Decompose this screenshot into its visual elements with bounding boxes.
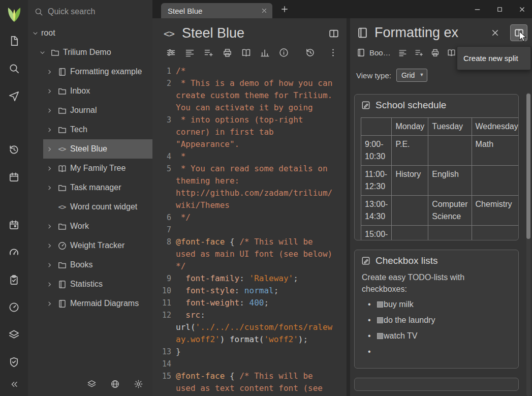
- chevron-right-icon[interactable]: [43, 126, 55, 134]
- code-text[interactable]: /*: [176, 65, 334, 77]
- schedule-cell[interactable]: [472, 166, 519, 196]
- schedule-cell[interactable]: 13:00-14:30: [361, 196, 392, 226]
- code-text[interactable]: */: [176, 211, 334, 224]
- note-title[interactable]: Steel Blue: [182, 25, 328, 41]
- chart-icon[interactable]: [260, 47, 270, 58]
- list-plus-icon[interactable]: [414, 48, 424, 57]
- quick-search[interactable]: [34, 7, 146, 16]
- launcher-journal-button[interactable]: [5, 215, 24, 235]
- note-title[interactable]: Formatting ex: [374, 25, 485, 41]
- scrollbar-thumb[interactable]: [526, 94, 530, 239]
- tree-item-trilium-demo[interactable]: Trilium Demo: [36, 43, 152, 62]
- schedule-cell[interactable]: 15:00-: [361, 226, 392, 241]
- code-text[interactable]: font-weight: 400;: [176, 297, 334, 309]
- tree-item-task-manager[interactable]: Task manager: [43, 178, 152, 197]
- info-icon[interactable]: [278, 47, 289, 58]
- launcher-metrics-button[interactable]: [5, 297, 24, 317]
- todo-checkbox[interactable]: [377, 317, 383, 323]
- schedule-cell[interactable]: P.E.: [392, 136, 428, 166]
- close-button[interactable]: [518, 6, 526, 13]
- code-text[interactable]: [176, 224, 334, 236]
- card-title[interactable]: Checkbox lists: [375, 255, 438, 266]
- printer-icon[interactable]: [430, 48, 440, 57]
- tree-item-word-count-widget[interactable]: <>Word count widget: [43, 197, 152, 217]
- tree-item-work[interactable]: Work: [43, 217, 152, 236]
- settings-icon[interactable]: [134, 379, 143, 389]
- code-text[interactable]: @font-face { /* This will be used as tex…: [176, 370, 334, 394]
- todo-label[interactable]: buy milk: [384, 300, 414, 309]
- schedule-cell[interactable]: Computer Science: [428, 196, 472, 226]
- card-title[interactable]: School schedule: [375, 100, 446, 111]
- code-text[interactable]: }: [176, 346, 334, 358]
- tab-steel-blue[interactable]: Steel Blue: [161, 3, 272, 18]
- code-text[interactable]: @font-face { /* This will be used as mai…: [176, 236, 334, 272]
- chevron-right-icon[interactable]: [43, 87, 55, 95]
- tab-close-button[interactable]: [261, 7, 268, 14]
- dots-v-icon[interactable]: [328, 47, 338, 58]
- schedule-cell[interactable]: [428, 136, 472, 166]
- tree-item-my-family-tree[interactable]: My Family Tree: [43, 159, 152, 178]
- launcher-new-note-button[interactable]: [5, 31, 24, 51]
- tree-item-root[interactable]: root: [29, 23, 152, 43]
- tree-item-formatting-example[interactable]: Formatting example: [43, 62, 152, 81]
- code-text[interactable]: * into options (top-right corner) in fir…: [176, 114, 334, 150]
- quick-search-input[interactable]: [48, 7, 146, 16]
- schedule-cell[interactable]: [392, 196, 428, 226]
- code-text[interactable]: * This is a demo of how you can create c…: [176, 77, 334, 114]
- chevron-right-icon[interactable]: [43, 165, 55, 172]
- new-tab-button[interactable]: [280, 5, 289, 14]
- ribbon-tab-book-properties[interactable]: Boo…: [356, 48, 391, 57]
- pane-divider[interactable]: [347, 18, 350, 396]
- launcher-task-manager-button[interactable]: [5, 269, 24, 290]
- tree-item-inbox[interactable]: Inbox: [43, 81, 152, 101]
- book-open-icon[interactable]: [447, 48, 456, 57]
- launcher-protected-session-button[interactable]: [5, 352, 24, 372]
- tree-item-tech[interactable]: Tech: [43, 120, 152, 139]
- chevron-right-icon[interactable]: [43, 107, 55, 114]
- sliders-icon[interactable]: [166, 47, 176, 58]
- right-pane-scrollbar[interactable]: [526, 93, 530, 396]
- chevron-right-icon[interactable]: [43, 145, 55, 153]
- maximize-button[interactable]: [496, 6, 504, 13]
- tree-item-books[interactable]: Books: [43, 255, 152, 275]
- schedule-cell[interactable]: Chemistry: [472, 196, 519, 226]
- todo-checkbox[interactable]: [377, 333, 383, 339]
- view-type-select[interactable]: Grid ▼: [396, 69, 427, 82]
- tree-item-statistics[interactable]: Statistics: [43, 275, 152, 294]
- launcher-layout-button[interactable]: [5, 324, 24, 345]
- note-layers-icon[interactable]: [87, 379, 97, 389]
- code-text[interactable]: src: url('../../../custom/fonts/raleway.…: [176, 309, 334, 346]
- global-map-icon[interactable]: [110, 379, 120, 389]
- schedule-cell[interactable]: Math: [472, 136, 519, 166]
- schedule-cell[interactable]: [428, 226, 472, 241]
- todo-label[interactable]: watch TV: [384, 331, 417, 341]
- schedule-cell[interactable]: [392, 226, 428, 241]
- launcher-jump-to-note-button[interactable]: [5, 85, 24, 106]
- format-icon[interactable]: [184, 47, 195, 58]
- todo-checkbox[interactable]: [377, 301, 383, 308]
- schedule-cell[interactable]: 11:00-12:30: [361, 166, 392, 196]
- chevron-right-icon[interactable]: [43, 261, 55, 269]
- chevron-right-icon[interactable]: [43, 223, 55, 230]
- chevron-right-icon[interactable]: [43, 184, 55, 192]
- chevron-down-icon[interactable]: [36, 49, 48, 56]
- code-text[interactable]: [176, 358, 334, 370]
- tree-item-weight-tracker[interactable]: Weight Tracker: [43, 236, 152, 255]
- chevron-right-icon[interactable]: [43, 242, 55, 250]
- tree-item-journal[interactable]: Journal: [43, 101, 152, 120]
- schedule-cell[interactable]: [472, 226, 519, 241]
- history-icon[interactable]: [305, 47, 316, 58]
- printer-icon[interactable]: [222, 47, 233, 58]
- close-pane-button[interactable]: [490, 28, 500, 38]
- launcher-dashboard-button[interactable]: [5, 242, 24, 262]
- code-text[interactable]: *: [176, 150, 334, 163]
- launcher-calendar-button[interactable]: [5, 167, 24, 187]
- launcher-recent-changes-button[interactable]: [5, 139, 24, 160]
- chevron-right-icon[interactable]: [43, 68, 55, 76]
- code-editor[interactable]: 1/*2 * This is a demo of how you can cre…: [152, 58, 347, 396]
- todo-label[interactable]: do the laundry: [384, 316, 435, 325]
- chevron-right-icon[interactable]: [43, 300, 55, 308]
- trilium-logo[interactable]: [4, 3, 24, 23]
- format-icon[interactable]: [398, 48, 408, 57]
- list-plus-icon[interactable]: [203, 47, 214, 58]
